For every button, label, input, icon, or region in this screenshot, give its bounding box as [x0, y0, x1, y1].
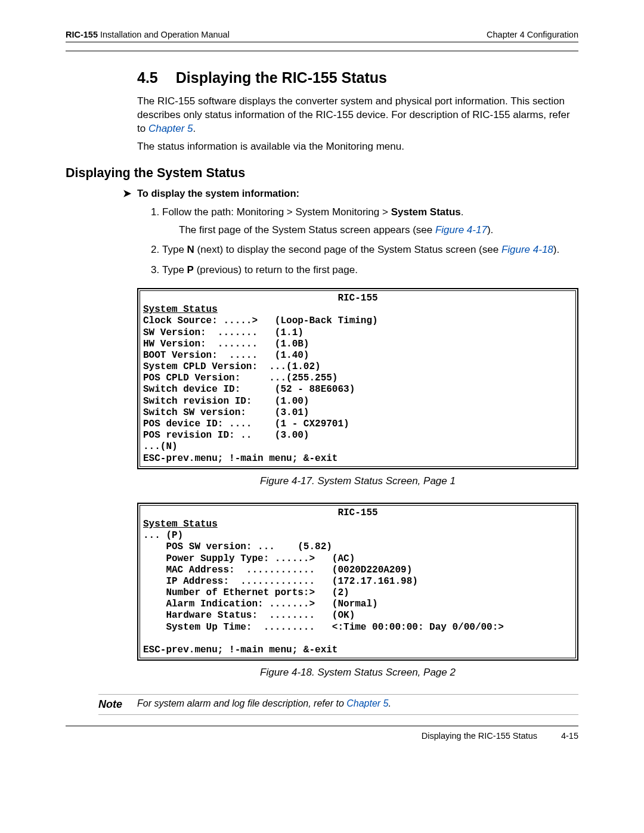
header-right: Chapter 4 Configuration	[487, 30, 578, 39]
screen2-lines: ... (P) POS SW version: ... (5.82) Power…	[143, 530, 504, 633]
step-1-sub: The first page of the System Status scre…	[179, 223, 578, 237]
figure-4-18-caption: Figure 4-18. System Status Screen, Page …	[137, 667, 578, 679]
screen1-lines: Clock Source: .....> (Loop-Back Timing) …	[143, 315, 378, 452]
screen-box-2: RIC-155System Status ... (P) POS SW vers…	[137, 503, 578, 661]
note-label: Note	[98, 698, 137, 711]
footer-rule	[66, 726, 578, 726]
header-rule	[66, 42, 578, 42]
header-left: RIC-155 Installation and Operation Manua…	[66, 30, 230, 39]
procedure-steps: Follow the path: Monitoring > System Mon…	[137, 205, 578, 277]
note-link-chapter-5[interactable]: Chapter 5	[346, 698, 388, 708]
link-figure-4-18[interactable]: Figure 4-18	[501, 244, 553, 255]
link-chapter-5[interactable]: Chapter 5	[148, 123, 193, 134]
step-3: Type P (previous) to return to the first…	[162, 263, 578, 277]
figure-4-17-caption: Figure 4-17. System Status Screen, Page …	[137, 475, 578, 487]
header-rule-2	[66, 51, 578, 51]
link-figure-4-17[interactable]: Figure 4-17	[435, 224, 487, 236]
note-rule-top	[98, 694, 578, 695]
footer-page: 4-15	[561, 731, 578, 741]
section-heading: 4.5Displaying the RIC-155 Status	[137, 69, 578, 86]
running-footer: Displaying the RIC-155 Status 4-15	[66, 731, 578, 741]
procedure-title: To display the system information:	[137, 188, 578, 199]
intro-paragraph-1: The RIC-155 software displays the conver…	[137, 95, 578, 136]
screen-box-1: RIC-155System Status Clock Source: .....…	[137, 288, 578, 469]
step-1: Follow the path: Monitoring > System Mon…	[162, 205, 578, 237]
subsection-heading: Displaying the System Status	[66, 166, 578, 181]
note-row: Note For system alarm and log file descr…	[137, 698, 578, 711]
step-2: Type N (next) to display the second page…	[162, 243, 578, 257]
footer-title: Displaying the RIC-155 Status	[422, 731, 537, 741]
intro-paragraph-2: The status information is available via …	[137, 140, 578, 154]
note-rule-bottom	[98, 714, 578, 715]
running-header: RIC-155 Installation and Operation Manua…	[66, 30, 578, 39]
